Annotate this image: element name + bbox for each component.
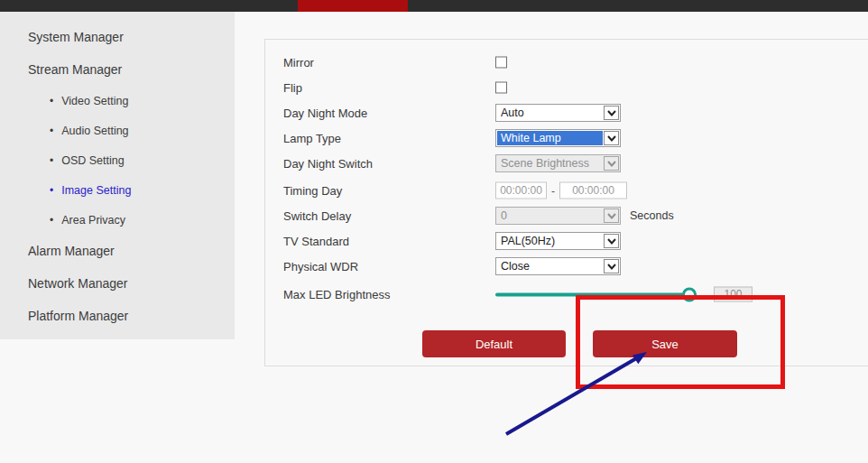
seconds-suffix-label: Seconds xyxy=(630,209,674,222)
sidebar-item-label: Audio Setting xyxy=(61,125,128,137)
sidebar-item-audio-setting[interactable]: •Audio Setting xyxy=(50,124,129,138)
max-led-brightness-label: Max LED Brightness xyxy=(283,288,391,301)
sidebar-item-alarm-manager[interactable]: Alarm Manager xyxy=(28,244,115,258)
select-value: 0 xyxy=(497,208,603,223)
bullet-icon: • xyxy=(50,183,53,198)
top-bar xyxy=(0,0,868,12)
select-value: PAL(50Hz) xyxy=(497,234,603,248)
sidebar-item-video-setting[interactable]: •Video Setting xyxy=(50,94,128,108)
chevron-down-icon[interactable] xyxy=(604,106,619,120)
sidebar-item-platform-manager[interactable]: Platform Manager xyxy=(28,309,128,323)
form-row-flip: Flip xyxy=(265,75,868,100)
bullet-icon: • xyxy=(50,153,53,168)
flip-checkbox[interactable] xyxy=(495,82,507,94)
bullet-icon: • xyxy=(50,213,53,227)
sidebar-item-system-manager[interactable]: System Manager xyxy=(28,30,124,44)
form-row-tv-standard: TV Standard PAL(50Hz) xyxy=(265,228,868,254)
sidebar: System Manager Stream Manager •Video Set… xyxy=(0,12,235,339)
tv-standard-select[interactable]: PAL(50Hz) xyxy=(495,232,621,250)
lamp-type-label: Lamp Type xyxy=(283,132,341,145)
chevron-down-icon xyxy=(604,156,619,171)
max-led-brightness-value: 100 xyxy=(714,287,753,302)
chevron-down-icon[interactable] xyxy=(604,131,619,145)
day-night-switch-select: Scene Brightness xyxy=(495,154,621,172)
day-night-switch-label: Day Night Switch xyxy=(283,157,373,171)
switch-delay-label: Switch Delay xyxy=(283,209,351,223)
time-range-separator: - xyxy=(551,184,555,197)
form-row-timing-day: Timing Day 00:00:00 - 00:00:00 xyxy=(265,178,868,203)
sidebar-item-network-manager[interactable]: Network Manager xyxy=(28,276,128,291)
timing-day-end-input[interactable]: 00:00:00 xyxy=(559,182,627,199)
slider-thumb[interactable] xyxy=(682,287,697,301)
sidebar-item-label: Area Privacy xyxy=(61,214,125,227)
select-value: Auto xyxy=(497,106,603,120)
form-row-day-night-mode: Day Night Mode Auto xyxy=(265,100,868,125)
flip-label: Flip xyxy=(283,81,302,95)
sidebar-item-osd-setting[interactable]: •OSD Setting xyxy=(50,153,125,168)
button-row: Default Save xyxy=(265,330,868,357)
sidebar-item-stream-manager[interactable]: Stream Manager xyxy=(28,62,122,77)
select-value: Close xyxy=(497,259,603,273)
physical-wdr-select[interactable]: Close xyxy=(495,257,621,275)
mirror-label: Mirror xyxy=(283,56,314,69)
physical-wdr-label: Physical WDR xyxy=(283,260,358,273)
form-row-lamp-type: Lamp Type White Lamp xyxy=(265,125,868,151)
top-bar-accent xyxy=(298,0,408,12)
form-row-mirror: Mirror xyxy=(265,50,868,75)
sidebar-item-label: OSD Setting xyxy=(61,154,124,167)
form-row-physical-wdr: Physical WDR Close xyxy=(265,254,868,279)
chevron-down-icon[interactable] xyxy=(604,234,619,248)
form-row-switch-delay: Switch Delay 0 Seconds xyxy=(265,203,868,228)
image-setting-panel: Mirror Flip Day Night Mode Auto Lamp Typ… xyxy=(264,39,868,366)
tv-standard-label: TV Standard xyxy=(283,235,349,248)
bullet-icon: • xyxy=(50,124,53,138)
form-row-max-led-brightness: Max LED Brightness 100 xyxy=(265,282,868,307)
sidebar-item-area-privacy[interactable]: •Area Privacy xyxy=(50,213,125,227)
bullet-icon: • xyxy=(50,94,53,108)
day-night-mode-label: Day Night Mode xyxy=(283,106,367,120)
form-row-day-night-switch: Day Night Switch Scene Brightness xyxy=(265,151,868,176)
select-value: Scene Brightness xyxy=(497,156,603,171)
sidebar-item-label: Video Setting xyxy=(61,95,128,107)
chevron-down-icon[interactable] xyxy=(604,259,619,273)
sidebar-item-label: Image Setting xyxy=(61,184,131,197)
save-button[interactable]: Save xyxy=(593,330,737,357)
select-value: White Lamp xyxy=(497,131,603,145)
mirror-checkbox[interactable] xyxy=(495,57,507,69)
timing-day-start-input[interactable]: 00:00:00 xyxy=(495,182,547,199)
sidebar-item-image-setting[interactable]: •Image Setting xyxy=(50,183,131,198)
chevron-down-icon xyxy=(604,208,619,223)
timing-day-label: Timing Day xyxy=(283,184,342,198)
max-led-brightness-slider[interactable] xyxy=(495,292,697,296)
default-button[interactable]: Default xyxy=(422,330,566,357)
switch-delay-select: 0 xyxy=(495,207,621,225)
day-night-mode-select[interactable]: Auto xyxy=(495,104,621,122)
lamp-type-select[interactable]: White Lamp xyxy=(495,129,621,147)
